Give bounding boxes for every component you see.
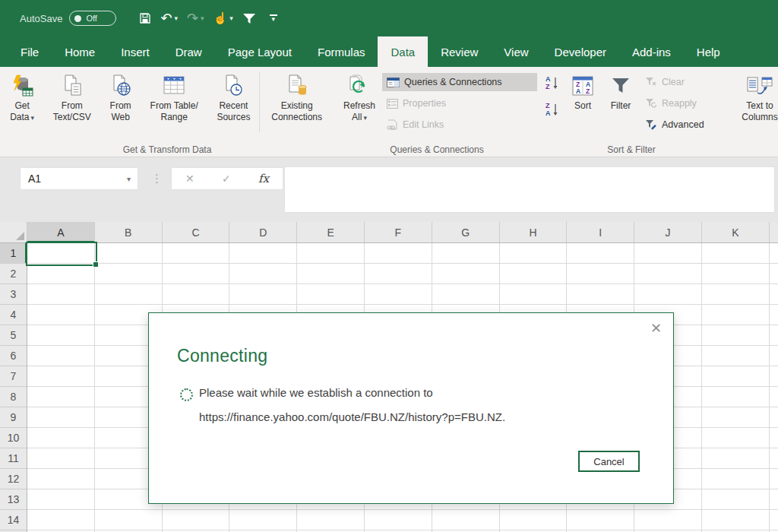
clear-filter-button[interactable]: Clear: [640, 73, 721, 91]
column-header-i[interactable]: I: [567, 222, 634, 242]
column-header-h[interactable]: H: [500, 222, 568, 242]
formula-bar-area: A1 ▾ ⋮ ✕ ✓ fx: [0, 157, 778, 222]
existing-connections-button[interactable]: Existing Connections: [261, 69, 332, 125]
name-box-dropdown-icon[interactable]: ▾: [127, 175, 138, 183]
column-header-k[interactable]: K: [702, 222, 770, 242]
autosave-toggle[interactable]: Off: [69, 11, 116, 26]
column-header-f[interactable]: F: [365, 222, 432, 242]
cancel-entry-icon[interactable]: ✕: [185, 173, 194, 185]
svg-text:A: A: [546, 75, 551, 83]
sort-ascending-button[interactable]: A Z: [542, 73, 563, 93]
column-header-a[interactable]: A: [27, 222, 95, 242]
existing-connections-icon: [286, 71, 308, 100]
row-header-4[interactable]: 4: [0, 305, 27, 325]
tab-data[interactable]: Data: [378, 36, 428, 67]
tab-developer[interactable]: Developer: [542, 36, 619, 67]
tab-view[interactable]: View: [491, 36, 541, 67]
properties-button[interactable]: Properties: [382, 94, 537, 112]
column-header-g[interactable]: G: [432, 222, 500, 242]
redo-dropdown-icon: ▾: [201, 14, 204, 22]
row-header-7[interactable]: 7: [0, 366, 27, 387]
row-header-12[interactable]: 12: [0, 469, 27, 489]
tab-help[interactable]: Help: [684, 36, 733, 67]
select-all-corner[interactable]: [0, 222, 27, 242]
edit-links-button[interactable]: Edit Links: [382, 116, 537, 134]
dialog-title: Connecting: [177, 346, 267, 366]
filter-button[interactable]: Filter: [601, 69, 640, 114]
refresh-all-button[interactable]: Refresh All▾: [337, 69, 382, 126]
save-button[interactable]: [136, 10, 154, 27]
get-data-button[interactable]: Get Data▾: [2, 69, 42, 126]
column-header-c[interactable]: C: [163, 222, 230, 242]
group-get-transform-data: Get Data▾ From Text/CSV: [0, 67, 334, 157]
row-header-8[interactable]: 8: [0, 387, 27, 407]
reapply-filter-button[interactable]: Reapply: [640, 94, 721, 112]
row-header-10[interactable]: 10: [0, 428, 27, 448]
group-label-queries-connections: Queries & Connections: [334, 144, 539, 155]
column-header-partial[interactable]: [770, 222, 778, 242]
name-box-value: A1: [28, 173, 41, 185]
fill-handle[interactable]: [93, 261, 99, 268]
sort-label: Sort: [574, 100, 591, 112]
active-cell-selection[interactable]: [26, 242, 97, 266]
row-header-3[interactable]: 3: [0, 284, 27, 305]
tab-home[interactable]: Home: [52, 36, 108, 67]
tab-insert[interactable]: Insert: [108, 36, 163, 67]
from-table-range-button[interactable]: From Table/ Range: [139, 69, 210, 125]
refresh-all-icon: [347, 71, 372, 100]
svg-text:Z: Z: [586, 87, 590, 95]
sort-descending-button[interactable]: Z A: [542, 100, 563, 119]
from-text-csv-label-line2: Text/CSV: [53, 112, 91, 123]
undo-button[interactable]: ↶ ▾: [157, 10, 181, 27]
column-header-j[interactable]: J: [634, 222, 702, 242]
row-header-11[interactable]: 11: [0, 448, 27, 469]
group-data-tools: Text to Columns: [723, 67, 778, 157]
row-header-13[interactable]: 13: [0, 489, 27, 510]
edit-links-icon: [387, 119, 398, 130]
row-header-5[interactable]: 5: [0, 325, 27, 346]
row-header-1[interactable]: 1: [0, 243, 27, 264]
formula-input[interactable]: [284, 166, 775, 213]
insert-function-icon[interactable]: fx: [258, 172, 269, 185]
touch-mode-dropdown-icon[interactable]: ▾: [229, 14, 233, 22]
from-web-button[interactable]: From Web: [102, 69, 138, 125]
advanced-filter-icon: [645, 119, 657, 130]
text-to-columns-button[interactable]: Text to Columns: [726, 69, 778, 125]
confirm-entry-icon[interactable]: ✓: [222, 173, 231, 185]
row-header-14[interactable]: 14: [0, 510, 27, 530]
tab-page-layout[interactable]: Page Layout: [215, 36, 305, 67]
column-header-d[interactable]: D: [229, 222, 297, 242]
column-header-b[interactable]: B: [95, 222, 163, 242]
tab-add-ins[interactable]: Add-ins: [619, 36, 684, 67]
recent-sources-label-line1: Recent: [219, 100, 248, 112]
tab-draw[interactable]: Draw: [163, 36, 215, 67]
sort-button[interactable]: Z A A Z Sort: [565, 69, 601, 114]
cancel-button[interactable]: Cancel: [578, 451, 640, 472]
recent-sources-button[interactable]: Recent Sources: [210, 69, 258, 125]
edit-links-label: Edit Links: [403, 119, 444, 130]
text-to-columns-label-line1: Text to: [746, 100, 773, 112]
row-header-2[interactable]: 2: [0, 264, 27, 284]
tab-formulas[interactable]: Formulas: [305, 36, 378, 67]
undo-dropdown-icon[interactable]: ▾: [174, 14, 178, 22]
tab-file[interactable]: File: [8, 36, 52, 67]
tab-review[interactable]: Review: [428, 36, 491, 67]
redo-button[interactable]: ↷ ▾: [184, 10, 207, 27]
row-header-9[interactable]: 9: [0, 407, 27, 428]
name-box[interactable]: A1 ▾: [20, 167, 138, 190]
queries-and-connections-button[interactable]: Queries & Connections: [382, 73, 537, 91]
column-header-e[interactable]: E: [297, 222, 365, 242]
filter-quick-button[interactable]: [239, 11, 259, 27]
formula-bar-resizer[interactable]: ⋮: [151, 167, 163, 190]
dialog-close-icon[interactable]: ✕: [650, 320, 662, 337]
advanced-filter-button[interactable]: Advanced: [640, 116, 721, 134]
dialog-message-url: https://finance.yahoo.com/quote/FBU.NZ/h…: [199, 410, 505, 423]
customize-qat-button[interactable]: ▾: [270, 14, 277, 22]
from-table-range-label-line2: Range: [160, 112, 187, 123]
refresh-all-dropdown-icon: ▾: [363, 114, 367, 122]
touch-mouse-mode-button[interactable]: ☝ ▾: [210, 10, 236, 27]
from-text-csv-button[interactable]: From Text/CSV: [42, 69, 102, 125]
row-header-6[interactable]: 6: [0, 346, 27, 366]
refresh-all-label-line2: All▾: [352, 112, 367, 124]
properties-icon: [387, 99, 398, 109]
